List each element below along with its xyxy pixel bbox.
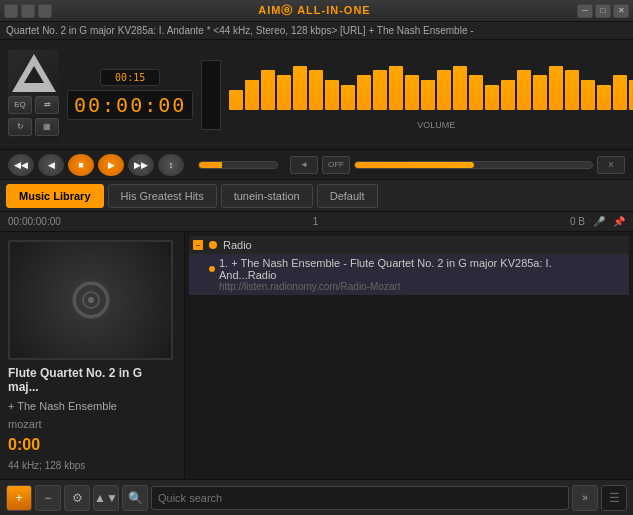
svg-point-1 bbox=[83, 292, 99, 308]
eq-bar bbox=[437, 70, 451, 109]
search-button[interactable]: 🔍 bbox=[122, 485, 148, 511]
playlist-item[interactable]: 1. + The Nash Ensemble - Flute Quartet N… bbox=[189, 254, 629, 295]
maximize-button[interactable]: □ bbox=[595, 4, 611, 18]
bal-off-button[interactable]: OFF bbox=[322, 156, 350, 174]
eq-bars bbox=[229, 60, 633, 110]
mode-controls: EQ ⇄ bbox=[8, 96, 59, 114]
eq-bar bbox=[629, 80, 633, 109]
app-title-suffix: ⓔ ALL-IN-ONE bbox=[281, 4, 370, 16]
item-title-line: 1. + The Nash Ensemble - Flute Quartet N… bbox=[209, 257, 609, 281]
add-icon: + bbox=[15, 491, 22, 505]
eq-bar bbox=[325, 80, 339, 109]
stop-button[interactable]: ■ bbox=[68, 154, 94, 176]
eq-bar bbox=[613, 75, 627, 109]
play-button[interactable]: ▶ bbox=[98, 154, 124, 176]
eq-button[interactable]: EQ bbox=[8, 96, 32, 114]
tab-tunein[interactable]: tunein-station bbox=[221, 184, 313, 208]
rew-button[interactable]: ◀ bbox=[38, 154, 64, 176]
visualizer bbox=[201, 60, 221, 130]
bal-right-button[interactable]: X bbox=[597, 156, 625, 174]
scroll-right-button[interactable]: » bbox=[572, 485, 598, 511]
tab-music-library[interactable]: Music Library bbox=[6, 184, 104, 208]
left-panel: Flute Quartet No. 2 in G maj... + The Na… bbox=[0, 232, 185, 479]
pin-btn[interactable] bbox=[38, 4, 52, 18]
sort-button[interactable]: ▲▼ bbox=[93, 485, 119, 511]
search-icon: 🔍 bbox=[128, 491, 143, 505]
eq-bar bbox=[565, 70, 579, 109]
collapse-icon[interactable]: − bbox=[193, 240, 203, 250]
fwd-button[interactable]: ▶▶ bbox=[128, 154, 154, 176]
mic-icon: 🎤 bbox=[593, 216, 605, 227]
track-composer: mozart bbox=[8, 418, 176, 430]
extra-button[interactable]: ↕ bbox=[158, 154, 184, 176]
remove-button[interactable]: − bbox=[35, 485, 61, 511]
svg-point-0 bbox=[73, 282, 109, 318]
pin-icon: 📌 bbox=[613, 216, 625, 227]
content-area: Flute Quartet No. 2 in G maj... + The Na… bbox=[0, 232, 633, 479]
remove-icon: − bbox=[44, 491, 51, 505]
eq-bar bbox=[581, 80, 595, 109]
scroll-right-icon: » bbox=[582, 492, 588, 503]
window-controls: ─ □ ✕ bbox=[577, 4, 629, 18]
tabs-row: Music Library His Greatest Hits tunein-s… bbox=[0, 180, 633, 212]
balance-slider[interactable] bbox=[354, 161, 593, 169]
repeat-button[interactable]: ↻ bbox=[8, 118, 32, 136]
eq-bar bbox=[309, 70, 323, 109]
eq-bar bbox=[501, 80, 515, 109]
album-art-icon bbox=[71, 280, 111, 320]
tab-greatest-hits[interactable]: His Greatest Hits bbox=[108, 184, 217, 208]
bal-left-button[interactable]: ◄ bbox=[290, 156, 318, 174]
player-area: EQ ⇄ ↻ ▦ 00:15 00:00:00 VOLUME BALANCE bbox=[0, 40, 633, 150]
eq-bar bbox=[245, 80, 259, 109]
eq-bar bbox=[277, 75, 291, 109]
status-size: 0 B bbox=[570, 216, 585, 227]
item-active-dot bbox=[209, 266, 215, 272]
eq-bar bbox=[597, 85, 611, 109]
mode-controls-2: ↻ ▦ bbox=[8, 118, 59, 136]
transport-row: ◀◀ ◀ ■ ▶ ▶▶ ↕ ◄ OFF X bbox=[0, 150, 633, 180]
close-button[interactable]: ✕ bbox=[613, 4, 629, 18]
volume-slider[interactable] bbox=[198, 161, 278, 169]
eq-bar bbox=[357, 75, 371, 109]
logo-area: EQ ⇄ ↻ ▦ bbox=[8, 50, 59, 140]
prev-button[interactable]: ◀◀ bbox=[8, 154, 34, 176]
eq-bar bbox=[229, 90, 243, 110]
status-row: 00:00:00:00 1 0 B 🎤 📌 bbox=[0, 212, 633, 232]
menu-icon: ☰ bbox=[609, 491, 620, 505]
logo-icon bbox=[12, 54, 56, 92]
eq-bar bbox=[453, 66, 467, 110]
actions-button[interactable]: ⚙ bbox=[64, 485, 90, 511]
eq-bar bbox=[293, 66, 307, 110]
group-header[interactable]: − Radio bbox=[189, 236, 629, 254]
eq-bar bbox=[485, 85, 499, 109]
minimize-button[interactable]: ─ bbox=[577, 4, 593, 18]
timer-main: 00:00:00 bbox=[67, 90, 193, 120]
search-input[interactable] bbox=[151, 486, 569, 510]
nowplaying-bar: Quartet No. 2 in G major KV285a: I. Anda… bbox=[0, 22, 633, 40]
nowplaying-text: Quartet No. 2 in G major KV285a: I. Anda… bbox=[6, 25, 474, 36]
eq-bar bbox=[517, 70, 531, 109]
title-bar-controls bbox=[4, 4, 52, 18]
playlist-group: − Radio 1. + The Nash Ensemble - Flute Q… bbox=[189, 236, 629, 295]
timer-top: 00:15 bbox=[100, 69, 160, 86]
system-menu-btn[interactable] bbox=[4, 4, 18, 18]
app-title-main: AIM bbox=[258, 4, 281, 16]
eq-bar bbox=[341, 85, 355, 109]
viz-button[interactable]: ▦ bbox=[35, 118, 59, 136]
eq-bar bbox=[389, 66, 403, 110]
add-button[interactable]: + bbox=[6, 485, 32, 511]
item-title: 1. + The Nash Ensemble - Flute Quartet N… bbox=[219, 257, 609, 281]
shfl-button[interactable]: ⇄ bbox=[35, 96, 59, 114]
menu-button[interactable]: ☰ bbox=[601, 485, 627, 511]
tab-default[interactable]: Default bbox=[317, 184, 378, 208]
item-url: http://listen.radionomy.com/Radio-Mozart bbox=[219, 281, 609, 292]
track-artist: + The Nash Ensemble bbox=[8, 400, 176, 412]
app-title: AIMⓔ ALL-IN-ONE bbox=[258, 3, 370, 18]
status-right: 0 B 🎤 📌 bbox=[570, 216, 625, 227]
eq-bar bbox=[469, 75, 483, 109]
minimize-btn2[interactable] bbox=[21, 4, 35, 18]
track-quality: 44 kHz; 128 kbps bbox=[8, 460, 176, 471]
group-name: Radio bbox=[223, 239, 252, 251]
eq-bar bbox=[405, 75, 419, 109]
playlist-panel: − Radio 1. + The Nash Ensemble - Flute Q… bbox=[185, 232, 633, 479]
